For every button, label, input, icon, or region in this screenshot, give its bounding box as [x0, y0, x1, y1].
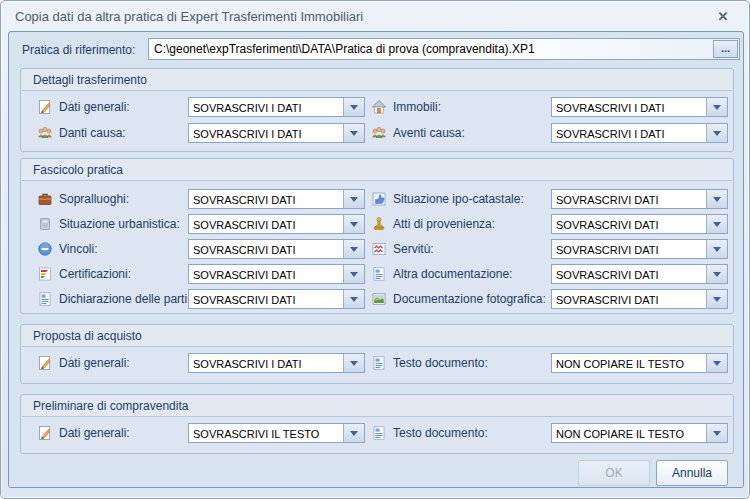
browse-button[interactable]: ... — [713, 40, 738, 58]
group-title: Preliminare di compravendita — [33, 399, 188, 413]
waves-icon — [371, 241, 387, 257]
proposta-testo-documento-select[interactable]: NON COPIARE IL TESTO — [551, 353, 728, 373]
reference-practice-label: Pratica di riferimento: — [22, 43, 135, 57]
combo-value: SOVRASCRIVI DATI — [552, 190, 706, 208]
combo-value: SOVRASCRIVI DATI — [552, 265, 706, 283]
field-proposta-testo-documento: Testo documento: NON COPIARE IL TESTO — [21, 353, 733, 373]
altra-documentazione-select[interactable]: SOVRASCRIVI DATI — [551, 264, 728, 284]
field-label: Atti di provenienza: — [393, 217, 495, 231]
group-preliminare-di-compravendita: Preliminare di compravendita Dati genera… — [20, 394, 734, 454]
document-icon — [371, 425, 387, 441]
preliminare-testo-documento-select[interactable]: NON COPIARE IL TESTO — [551, 423, 728, 443]
chevron-down-icon[interactable] — [706, 124, 727, 142]
field-label: Testo documento: — [393, 426, 488, 440]
field-label: Immobili: — [393, 100, 441, 114]
title-bar: Copia dati da altra pratica di Expert Tr… — [1, 1, 749, 31]
field-label: Documentazione fotografica: — [393, 292, 546, 306]
field-label: Aventi causa: — [393, 126, 465, 140]
immobili-select[interactable]: SOVRASCRIVI I DATI — [551, 97, 728, 117]
thumb-up-icon — [371, 191, 387, 207]
field-aventi-causa: Aventi causa: SOVRASCRIVI I DATI — [21, 123, 733, 143]
combo-value: SOVRASCRIVI I DATI — [552, 124, 706, 142]
document-icon — [371, 266, 387, 282]
cancel-button[interactable]: Annulla — [656, 460, 728, 486]
group-header: Dettagli trasferimento — [22, 69, 732, 91]
field-label: Situazione ipo-catastale: — [393, 192, 524, 206]
chevron-down-icon[interactable] — [706, 98, 727, 116]
field-documentazione-fotografica: Documentazione fotografica: SOVRASCRIVI … — [21, 289, 733, 309]
photo-icon — [371, 291, 387, 307]
combo-value: SOVRASCRIVI I DATI — [552, 98, 706, 116]
ok-button[interactable]: OK — [578, 460, 650, 486]
field-servitu: Servitù: SOVRASCRIVI DATI — [21, 239, 733, 259]
combo-value: NON COPIARE IL TESTO — [552, 424, 706, 442]
group-header: Preliminare di compravendita — [22, 395, 732, 417]
field-label: Testo documento: — [393, 356, 488, 370]
dialog-content: Pratica di riferimento: C:\geonet\expTra… — [8, 31, 744, 488]
situazione-ipo-catastale-select[interactable]: SOVRASCRIVI DATI — [551, 189, 728, 209]
chevron-down-icon[interactable] — [706, 215, 727, 233]
stamp-icon — [371, 216, 387, 232]
combo-value: NON COPIARE IL TESTO — [552, 354, 706, 372]
field-immobili: Immobili: SOVRASCRIVI I DATI — [21, 97, 733, 117]
dialog-window: Copia dati da altra pratica di Expert Tr… — [0, 0, 750, 499]
group-fascicolo-pratica: Fascicolo pratica Sopralluoghi: SOVRASCR… — [20, 158, 734, 314]
people-icon — [371, 125, 387, 141]
documentazione-fotografica-select[interactable]: SOVRASCRIVI DATI — [551, 289, 728, 309]
close-icon[interactable]: ✕ — [713, 8, 733, 25]
chevron-down-icon[interactable] — [706, 424, 727, 442]
reference-practice-path: C:\geonet\expTrasferimenti\DATA\Pratica … — [149, 42, 713, 56]
home-icon — [371, 99, 387, 115]
field-label: Servitù: — [393, 242, 434, 256]
combo-value: SOVRASCRIVI DATI — [552, 215, 706, 233]
field-atti-di-provenienza: Atti di provenienza: SOVRASCRIVI DATI — [21, 214, 733, 234]
combo-value: SOVRASCRIVI DATI — [552, 240, 706, 258]
dialog-title: Copia dati da altra pratica di Expert Tr… — [15, 9, 363, 24]
group-title: Fascicolo pratica — [33, 163, 123, 177]
servitu-select[interactable]: SOVRASCRIVI DATI — [551, 239, 728, 259]
group-title: Dettagli trasferimento — [33, 73, 147, 87]
chevron-down-icon[interactable] — [706, 354, 727, 372]
aventi-causa-select[interactable]: SOVRASCRIVI I DATI — [551, 123, 728, 143]
group-dettagli-trasferimento: Dettagli trasferimento Dati generali: SO… — [20, 68, 734, 152]
group-header: Fascicolo pratica — [22, 159, 732, 181]
chevron-down-icon[interactable] — [706, 290, 727, 308]
atti-di-provenienza-select[interactable]: SOVRASCRIVI DATI — [551, 214, 728, 234]
field-altra-documentazione: Altra documentazione: SOVRASCRIVI DATI — [21, 264, 733, 284]
field-preliminare-testo-documento: Testo documento: NON COPIARE IL TESTO — [21, 423, 733, 443]
chevron-down-icon[interactable] — [706, 265, 727, 283]
group-proposta-di-acquisto: Proposta di acquisto Dati generali: SOVR… — [20, 324, 734, 384]
chevron-down-icon[interactable] — [706, 240, 727, 258]
field-label: Altra documentazione: — [393, 267, 512, 281]
group-header: Proposta di acquisto — [22, 325, 732, 347]
group-title: Proposta di acquisto — [33, 329, 142, 343]
combo-value: SOVRASCRIVI DATI — [552, 290, 706, 308]
reference-practice-field[interactable]: C:\geonet\expTrasferimenti\DATA\Pratica … — [148, 38, 740, 60]
document-icon — [371, 355, 387, 371]
field-situazione-ipo-catastale: Situazione ipo-catastale: SOVRASCRIVI DA… — [21, 189, 733, 209]
chevron-down-icon[interactable] — [706, 190, 727, 208]
